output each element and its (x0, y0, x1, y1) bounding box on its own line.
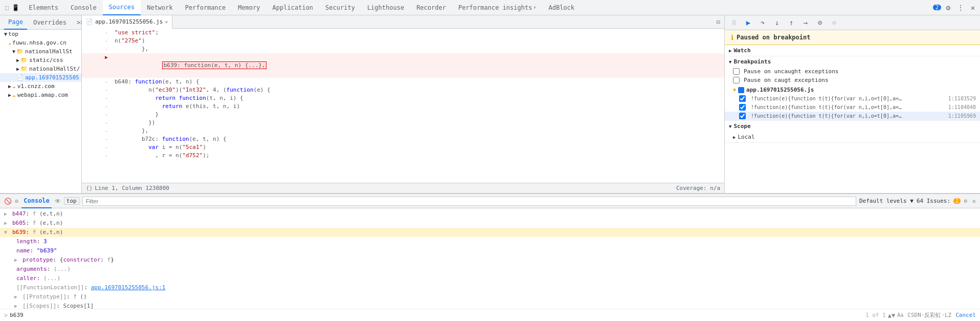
close-devtools-icon[interactable]: ✕ (968, 3, 978, 13)
deactivate-breakpoints-btn[interactable]: ⊘ (815, 17, 825, 28)
bp-file-icon (738, 87, 744, 93)
tab-sources[interactable]: Sources (103, 0, 141, 15)
pause-btn[interactable]: ⏸ (729, 17, 739, 28)
context-selector[interactable]: top (64, 197, 79, 205)
console-right-area: Default levels ▼ 64 Issues: 2 ⚙ (859, 198, 967, 204)
tree-item-static-css[interactable]: ▶ 📁 static/css (0, 56, 81, 65)
tab-network[interactable]: Network (141, 0, 179, 15)
tab-recorder[interactable]: Recorder (410, 0, 452, 15)
step-out-btn[interactable]: ↑ (786, 17, 796, 28)
issues-badge[interactable]: 2 (953, 198, 961, 204)
console-filter-icon[interactable]: ⊘ (15, 198, 18, 205)
step-over-btn[interactable]: ↷ (758, 17, 768, 28)
bp2-line: 1:1104048 (948, 104, 976, 110)
console-line[interactable]: name: "b639" (0, 246, 980, 255)
breakpoint-row-3[interactable]: !function(e){function t(t){for(var n,i,o… (725, 112, 980, 120)
console-tab[interactable]: Console (21, 194, 52, 208)
tab-page[interactable]: Page (4, 15, 27, 30)
console-close-icon[interactable]: ✕ (972, 198, 976, 205)
console-line[interactable]: caller: (...) (0, 274, 980, 283)
bp3-checkbox[interactable] (739, 113, 746, 119)
default-levels-btn[interactable]: Default levels ▼ (859, 198, 914, 204)
console-input[interactable]: b639 (10, 312, 865, 318)
code-line: - , r = n("d752"); (82, 152, 724, 160)
resume-btn[interactable]: ▶ (743, 17, 753, 28)
console-line[interactable]: ▶ [[Prototype]]: f () (0, 292, 980, 302)
pause-uncaught-label: Pause on uncaught exceptions (744, 68, 838, 75)
bp1-code: !function(e){function t(t){for(var n,i,o… (751, 96, 904, 101)
file-tab-close[interactable]: ✕ (165, 19, 168, 25)
step-into-btn[interactable]: ↓ (772, 17, 782, 28)
code-line: - b72c: function(e, t, n) { (82, 135, 724, 143)
collapse-sidebar-btn[interactable]: ⊟ (712, 18, 724, 26)
settings-icon[interactable]: ⚙ (943, 3, 953, 13)
tab-memory[interactable]: Memory (232, 0, 266, 15)
console-settings-icon[interactable]: ⚙ (964, 198, 967, 204)
tab-console[interactable]: Console (64, 0, 103, 15)
local-header[interactable]: ▶ Local (725, 132, 980, 142)
console-filter-input[interactable] (82, 197, 856, 206)
pause-caught-checkbox[interactable] (733, 77, 740, 83)
next-result-icon[interactable]: ▼ (892, 312, 895, 319)
tree-item-nationalHallSt[interactable]: ▼ 📁 nationalHallSt (0, 47, 81, 56)
tab-performance-insights[interactable]: Performance insights ⚡ (452, 0, 543, 15)
cancel-btn[interactable]: Cancel (955, 312, 976, 318)
expand-icon: ▶ (4, 219, 10, 227)
console-text: b605: f (e,t,n) (12, 219, 63, 227)
console-line[interactable]: arguments: (...) (0, 265, 980, 274)
tree-item-top[interactable]: ▼ top (0, 30, 81, 38)
console-text: caller: (...) (16, 274, 60, 283)
device-icon[interactable]: 📱 (12, 4, 19, 11)
tab-performance[interactable]: Performance (179, 0, 232, 15)
tab-adblock[interactable]: AdBlock (542, 0, 581, 15)
more-options-icon[interactable]: ⋮ (955, 3, 966, 13)
cursor-position: Line 1, Column 1238800 (95, 185, 169, 191)
console-line[interactable]: ▶ prototype: {constructor: f} (0, 255, 980, 265)
tab-lighthouse[interactable]: Lighthouse (361, 0, 410, 15)
tab-application[interactable]: Application (266, 0, 319, 15)
bp2-checkbox[interactable] (739, 104, 746, 111)
tab-elements[interactable]: Elements (23, 0, 64, 15)
tree-item-fuwu[interactable]: ☁ fuwu.nhsa.gov.cn (0, 38, 81, 47)
console-text: [[Scopes]]: Scopes[1] (23, 302, 94, 309)
console-text: name: "b639" (16, 247, 57, 255)
dont-pause-exceptions-btn[interactable]: ⊗ (829, 17, 839, 28)
console-line[interactable]: ▶ b447: f (e,t,n) (0, 209, 980, 219)
tree-item-nationalHallSt-sub[interactable]: ▶ 📁 nationalHallSt/ (0, 65, 81, 73)
scope-arrow: ▼ (729, 124, 731, 129)
pause-caught-item: Pause on caugt exceptions (725, 76, 980, 84)
console-prompt: > (4, 312, 8, 319)
expand-icon: ▶ (4, 210, 10, 218)
breakpoint-row-2[interactable]: !function(e){function t(t){for(var n,i,o… (725, 103, 980, 112)
scope-section: ▼ Scope ▶ Local (725, 121, 980, 143)
scope-header[interactable]: ▼ Scope (725, 121, 980, 132)
breakpoint-row-1[interactable]: !function(e){function t(t){for(var n,i,o… (725, 94, 980, 103)
breakpoints-header[interactable]: ▼ Breakpoints (725, 56, 980, 67)
console-line-highlighted[interactable]: ▼ b639: f (e,t,n) (0, 228, 980, 237)
tab-overrides[interactable]: Overrides (29, 15, 71, 30)
console-text: [[FunctionLocation]]: app.1697015255056.… (16, 284, 165, 292)
tree-item-webapi[interactable]: ▶ ☁ webapi.amap.com (0, 91, 81, 99)
local-arrow: ▶ (733, 135, 736, 140)
breakpoints-label: Breakpoints (733, 58, 771, 65)
console-line[interactable]: ▶ b605: f (e,t,n) (0, 219, 980, 228)
eye-icon[interactable]: 👁 (55, 198, 61, 205)
breadcrumb-icon: {} (86, 185, 93, 191)
watch-header[interactable]: ▶ Watch (725, 45, 980, 56)
search-options[interactable]: Aa (897, 312, 903, 318)
console-line[interactable]: length: 3 (0, 237, 980, 246)
file-tab[interactable]: 📄 app.1697015255056.js ✕ (82, 15, 172, 29)
pause-uncaught-checkbox[interactable] (733, 68, 740, 75)
tree-item-v1cnzz[interactable]: ▶ ☁ v1.cnzz.com (0, 82, 81, 91)
console-clear-icon[interactable]: 🚫 (4, 198, 12, 205)
console-line[interactable]: ▶ [[Scopes]]: Scopes[1] (0, 302, 980, 309)
console-content: ▶ b447: f (e,t,n) ▶ b605: f (e,t,n) ▼ b6… (0, 208, 980, 309)
prev-result-icon[interactable]: ▲ (888, 312, 892, 319)
console-line[interactable]: [[FunctionLocation]]: app.1697015255056.… (0, 283, 980, 292)
tree-item-app-js[interactable]: 📄 app.169701525505 (0, 73, 81, 82)
debug-toolbar: ⏸ ▶ ↷ ↓ ↑ → ⊘ ⊗ (725, 15, 980, 30)
inspect-icon[interactable]: ⬚ (5, 4, 9, 11)
bp1-checkbox[interactable] (739, 95, 746, 102)
step-btn[interactable]: → (800, 17, 811, 28)
tab-security[interactable]: Security (319, 0, 361, 15)
